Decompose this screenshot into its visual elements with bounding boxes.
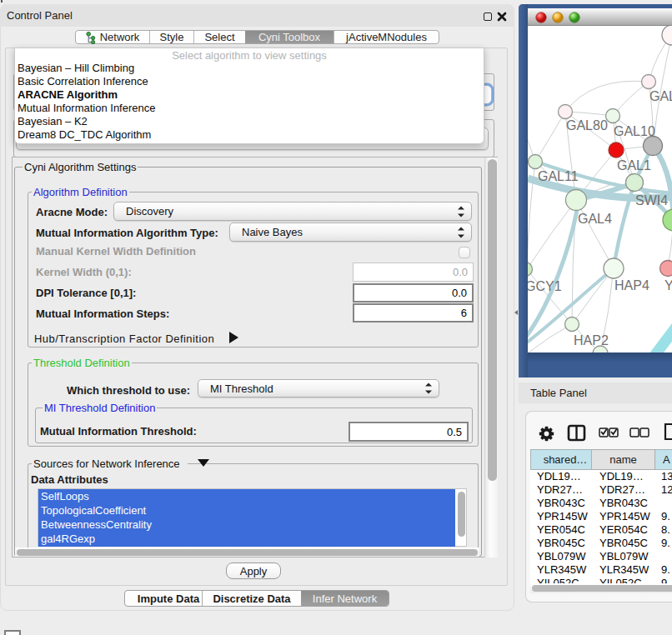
svg-text:GAL10: GAL10 (614, 124, 655, 138)
svg-text:GAL4: GAL4 (578, 212, 612, 226)
svg-text:HAP4: HAP4 (614, 278, 649, 292)
svg-text:GAL: GAL (649, 89, 672, 103)
svg-text:GAL1: GAL1 (617, 158, 651, 172)
svg-text:GCY1: GCY1 (528, 279, 562, 293)
svg-text:Y: Y (664, 278, 672, 292)
svg-text:HAP2: HAP2 (574, 333, 609, 348)
svg-text:GAL11: GAL11 (538, 169, 579, 183)
svg-text:GAL80: GAL80 (566, 118, 608, 132)
svg-text:SWI4: SWI4 (635, 193, 668, 208)
